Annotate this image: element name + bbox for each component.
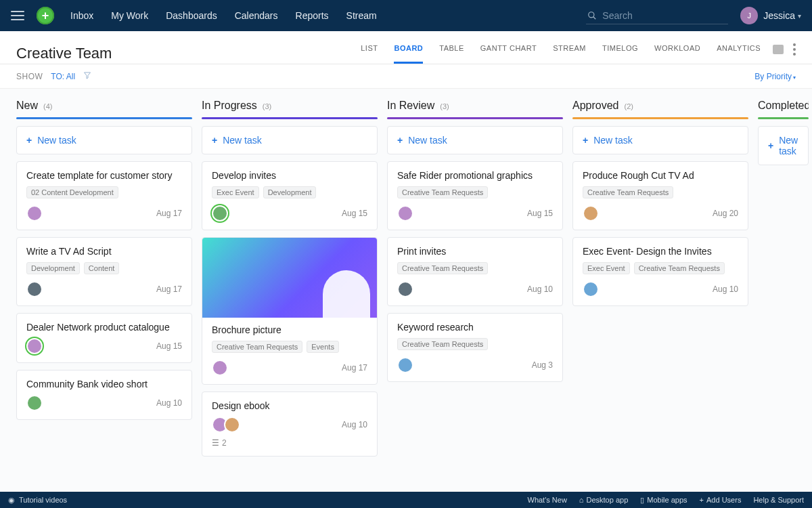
subtask-count: ☰2 <box>212 438 367 448</box>
new-task-button[interactable]: +New task <box>16 126 192 154</box>
avatar <box>26 338 43 354</box>
board-column: Completed+New task <box>758 98 809 172</box>
card-tags: Creative Team Requests <box>397 338 553 350</box>
folder-icon[interactable] <box>773 45 784 54</box>
tab-stream[interactable]: STREAM <box>553 44 586 64</box>
column-title: New <box>16 100 38 112</box>
whats-new-link[interactable]: What's New <box>528 496 567 504</box>
avatar <box>397 357 413 373</box>
tag: Exec Event <box>583 262 630 274</box>
page-header: Creative Team LIST BOARD TABLE GANTT CHA… <box>0 31 812 64</box>
to-filter[interactable]: TO: All <box>51 72 75 81</box>
task-card[interactable]: Brochure pictureCreative Team RequestsEv… <box>202 237 378 385</box>
tab-gantt[interactable]: GANTT CHART <box>480 44 537 64</box>
card-tags: Creative Team RequestsEvents <box>212 341 367 353</box>
tab-analytics[interactable]: ANALYTICS <box>717 44 761 64</box>
card-date: Aug 3 <box>532 360 553 370</box>
tag: Creative Team Requests <box>397 186 488 198</box>
column-underline <box>202 117 378 119</box>
more-menu-icon[interactable] <box>793 43 796 56</box>
top-nav: + Inbox My Work Dashboards Calendars Rep… <box>0 0 812 31</box>
new-task-button[interactable]: +New task <box>387 126 563 154</box>
task-card[interactable]: Design ebookAug 10☰2 <box>202 391 378 457</box>
page-title: Creative Team <box>16 45 361 62</box>
nav-stream[interactable]: Stream <box>346 10 377 21</box>
user-menu[interactable]: J Jessica ▾ <box>740 7 801 24</box>
column-title: Approved <box>572 100 619 112</box>
tag: Creative Team Requests <box>397 338 488 350</box>
avatar <box>397 205 413 221</box>
new-task-button[interactable]: +New task <box>572 126 748 154</box>
column-count: (2) <box>625 102 633 110</box>
nav-dashboards[interactable]: Dashboards <box>166 10 217 21</box>
card-date: Aug 17 <box>156 209 182 218</box>
avatar <box>397 281 413 297</box>
column-underline <box>387 117 563 119</box>
column-title: Completed <box>758 100 809 112</box>
task-card[interactable]: Keyword researchCreative Team RequestsAu… <box>387 313 563 382</box>
nav-my-work[interactable]: My Work <box>111 10 148 21</box>
card-date: Aug 15 <box>156 341 182 351</box>
task-card[interactable]: Produce Rough Cut TV AdCreative Team Req… <box>572 161 748 230</box>
task-card[interactable]: Community Bank video shortAug 10 <box>16 370 192 420</box>
tag: Creative Team Requests <box>212 341 302 353</box>
nav-calendars[interactable]: Calendars <box>235 10 278 21</box>
column-title: In Progress <box>202 100 257 112</box>
nav-inbox[interactable]: Inbox <box>70 10 93 21</box>
nav-reports[interactable]: Reports <box>296 10 329 21</box>
avatar <box>212 360 228 376</box>
task-card[interactable]: Create template for customer story02 Con… <box>16 161 192 230</box>
avatar <box>583 205 599 221</box>
add-users-link[interactable]: +Add Users <box>700 496 742 504</box>
nav-links: Inbox My Work Dashboards Calendars Repor… <box>70 10 377 21</box>
card-tags: 02 Content Development <box>26 186 182 198</box>
card-date: Aug 10 <box>527 284 553 294</box>
tab-timelog[interactable]: TIMELOG <box>602 44 638 64</box>
tab-list[interactable]: LIST <box>361 44 378 64</box>
card-image <box>202 238 377 318</box>
sort-dropdown[interactable]: By Priority▾ <box>754 72 796 81</box>
help-support-link[interactable]: Help & Support <box>753 496 804 504</box>
tab-workload[interactable]: WORKLOAD <box>654 44 700 64</box>
board-column: Approved(2)+New taskProduce Rough Cut TV… <box>572 98 748 313</box>
search-input[interactable] <box>602 10 727 21</box>
svg-point-0 <box>589 12 594 17</box>
task-card[interactable]: Safe Rider promotional graphicsCreative … <box>387 161 563 230</box>
new-task-button[interactable]: +New task <box>758 126 809 165</box>
chevron-down-icon: ▾ <box>793 75 796 81</box>
laptop-icon: ⌂ <box>579 496 584 504</box>
card-date: Aug 10 <box>156 398 182 408</box>
tag: 02 Content Development <box>26 186 118 198</box>
plus-icon: + <box>397 135 403 146</box>
card-tags: Creative Team Requests <box>583 186 738 198</box>
assignee-avatars <box>583 281 595 297</box>
tag: Content <box>84 262 120 274</box>
plus-icon: + <box>26 135 32 146</box>
tab-table[interactable]: TABLE <box>439 44 464 64</box>
card-tags: Exec EventDevelopment <box>212 186 367 198</box>
filter-icon[interactable] <box>83 71 91 81</box>
search-field[interactable] <box>586 7 728 24</box>
card-title: Print invites <box>397 246 553 257</box>
task-card[interactable]: Dealer Network product catalogueAug 15 <box>16 313 192 363</box>
tutorial-videos-link[interactable]: ◉ Tutorial videos <box>8 496 67 505</box>
task-card[interactable]: Develop invitesExec EventDevelopmentAug … <box>202 161 378 230</box>
assignee-avatars <box>397 281 409 297</box>
task-card[interactable]: Exec Event- Design the InvitesExec Event… <box>572 237 748 306</box>
card-tags: DevelopmentContent <box>26 262 182 274</box>
desktop-app-link[interactable]: ⌂Desktop app <box>579 496 628 504</box>
new-task-button[interactable]: +New task <box>202 126 378 154</box>
list-icon: ☰ <box>212 438 219 448</box>
avatar <box>583 281 599 297</box>
assignee-avatars <box>583 205 595 221</box>
tab-board[interactable]: BOARD <box>394 44 423 64</box>
tag: Creative Team Requests <box>583 186 673 198</box>
tag: Creative Team Requests <box>397 262 488 274</box>
hamburger-icon[interactable] <box>11 11 24 20</box>
task-card[interactable]: Write a TV Ad ScriptDevelopmentContentAu… <box>16 237 192 306</box>
mobile-apps-link[interactable]: ▯Mobile apps <box>640 496 687 505</box>
column-count: (3) <box>263 102 271 110</box>
add-button[interactable]: + <box>37 7 54 24</box>
task-card[interactable]: Print invitesCreative Team RequestsAug 1… <box>387 237 563 306</box>
assignee-avatars <box>26 205 39 221</box>
